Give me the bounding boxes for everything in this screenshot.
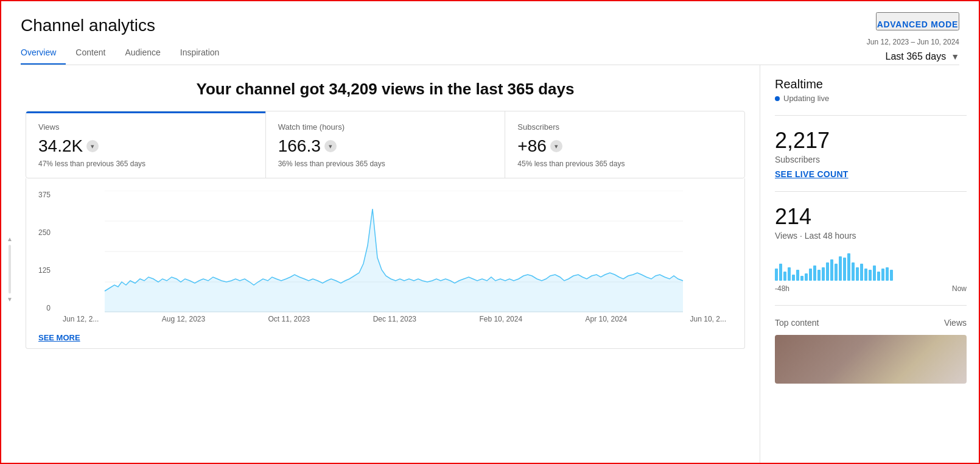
metric-down-icon-subscribers: ▾ (550, 140, 562, 152)
scroll-down-icon: ▼ (7, 296, 13, 303)
x-label-5: Apr 10, 2024 (586, 315, 628, 323)
views-section: 214 Views · Last 48 hours (775, 192, 967, 306)
mini-bar (792, 275, 795, 281)
mini-bar (877, 272, 880, 281)
mini-chart-label-right: Now (952, 284, 967, 293)
mini-bar (847, 253, 850, 281)
advanced-mode-button[interactable]: ADVANCED MODE (876, 12, 959, 30)
mini-bar (809, 269, 812, 281)
analytics-area: Your channel got 34,209 views in the las… (18, 65, 760, 463)
chart-with-yaxis: 375 250 125 0 (38, 191, 732, 312)
see-live-count-link[interactable]: SEE LIVE COUNT (775, 169, 849, 179)
y-label-375: 375 (38, 191, 51, 199)
video-thumbnail[interactable] (775, 335, 967, 384)
mini-bar (796, 270, 799, 281)
metric-down-icon-watchtime: ▾ (324, 140, 337, 152)
metric-card-subscribers[interactable]: Subscribers +86 ▾ 45% less than previous… (505, 111, 744, 178)
metric-card-views[interactable]: Views 34.2K ▾ 47% less than previous 365… (26, 111, 266, 178)
mini-bar (843, 258, 846, 281)
chart-svg-wrapper (55, 191, 732, 312)
x-label-3: Dec 11, 2023 (373, 315, 416, 323)
chart-area: 375 250 125 0 (26, 178, 745, 349)
mini-bar (873, 265, 876, 281)
x-label-1: Aug 12, 2023 (162, 315, 205, 323)
subscribers-count: 2,217 (775, 128, 967, 153)
dropdown-arrow-icon: ▼ (951, 52, 959, 62)
date-range-subtitle: Jun 12, 2023 – Jun 10, 2024 (867, 38, 959, 46)
metric-compare-watchtime: 36% less than previous 365 days (278, 160, 493, 168)
x-label-2: Oct 11, 2023 (268, 315, 310, 323)
mini-bar (852, 262, 855, 281)
mini-bar (779, 264, 782, 281)
tab-content[interactable]: Content (75, 41, 115, 65)
metric-label-views: Views (38, 122, 253, 132)
mini-bar (869, 270, 872, 281)
mini-bar (835, 264, 838, 281)
mini-bar (890, 270, 893, 281)
metric-value-subscribers: +86 ▾ (517, 136, 732, 156)
metric-compare-views: 47% less than previous 365 days (38, 160, 253, 168)
x-label-0: Jun 12, 2... (63, 315, 99, 323)
mini-chart-label-left: -48h (775, 284, 789, 293)
metric-label-watchtime: Watch time (hours) (278, 122, 493, 132)
mini-bar (826, 262, 829, 281)
mini-bar (822, 267, 825, 281)
top-content-views-label: Views (944, 318, 967, 328)
mini-bar (886, 267, 889, 281)
page-title: Channel analytics (21, 12, 155, 35)
metric-compare-subscribers: 45% less than previous 365 days (517, 160, 732, 168)
tab-overview[interactable]: Overview (21, 41, 66, 65)
y-label-125: 125 (38, 266, 51, 275)
x-label-6: Jun 10, 2... (690, 315, 726, 323)
live-label: Updating live (783, 94, 829, 103)
live-indicator: Updating live (775, 94, 967, 103)
metric-down-icon-views: ▾ (86, 140, 99, 152)
page-wrapper: Channel analytics ADVANCED MODE Overview… (0, 0, 980, 464)
mini-bar (856, 267, 859, 281)
realtime-title: Realtime (775, 77, 967, 91)
mini-bar (775, 269, 778, 281)
mini-bar (839, 256, 842, 281)
scroll-up-icon: ▲ (7, 236, 13, 242)
main-content: ▲ ▼ Your channel got 34,209 views in the… (1, 65, 979, 463)
mini-bar (813, 265, 816, 281)
subscribers-section: 2,217 Subscribers SEE LIVE COUNT (775, 116, 967, 192)
metrics-container: Views 34.2K ▾ 47% less than previous 365… (26, 111, 745, 178)
header: Channel analytics ADVANCED MODE (1, 1, 979, 35)
mini-bar (864, 269, 867, 281)
tab-inspiration[interactable]: Inspiration (180, 41, 229, 65)
tab-audience[interactable]: Audience (125, 41, 170, 65)
chart-svg (55, 191, 732, 312)
metric-value-watchtime: 166.3 ▾ (278, 136, 493, 156)
mini-bar-chart (775, 250, 967, 281)
date-range-selector[interactable]: Jun 12, 2023 – Jun 10, 2024 Last 365 day… (867, 38, 959, 62)
y-label-0: 0 (46, 304, 51, 312)
headline: Your channel got 34,209 views in the las… (26, 80, 745, 99)
see-more-link[interactable]: SEE MORE (38, 333, 80, 342)
views-label: Views · Last 48 hours (775, 231, 967, 241)
mini-bar (830, 259, 833, 281)
scroll-sidebar: ▲ ▼ (1, 65, 18, 463)
x-label-4: Feb 10, 2024 (479, 315, 522, 323)
y-label-250: 250 (38, 228, 51, 237)
tabs: Overview Content Audience Inspiration (21, 41, 239, 65)
mini-bar (783, 272, 786, 281)
metric-label-subscribers: Subscribers (517, 122, 732, 132)
right-panel: Realtime Updating live 2,217 Subscribers… (760, 65, 979, 463)
top-content-title: Top content (775, 318, 819, 328)
top-content-section: Top content Views (775, 306, 967, 384)
mini-bar (817, 270, 821, 281)
metric-card-watchtime[interactable]: Watch time (hours) 166.3 ▾ 36% less than… (266, 111, 506, 178)
views-count: 214 (775, 204, 967, 230)
realtime-section: Realtime Updating live (775, 77, 967, 116)
live-dot-icon (775, 96, 780, 101)
mini-bar (788, 267, 791, 281)
mini-bar (805, 273, 808, 281)
metric-value-views: 34.2K ▾ (38, 136, 253, 156)
date-range-label: Last 365 days (886, 51, 947, 62)
mini-bar (800, 276, 803, 281)
mini-bar (860, 264, 863, 281)
top-content-header: Top content Views (775, 318, 967, 328)
mini-chart-labels: -48h Now (775, 284, 967, 293)
mini-bar (881, 269, 884, 281)
